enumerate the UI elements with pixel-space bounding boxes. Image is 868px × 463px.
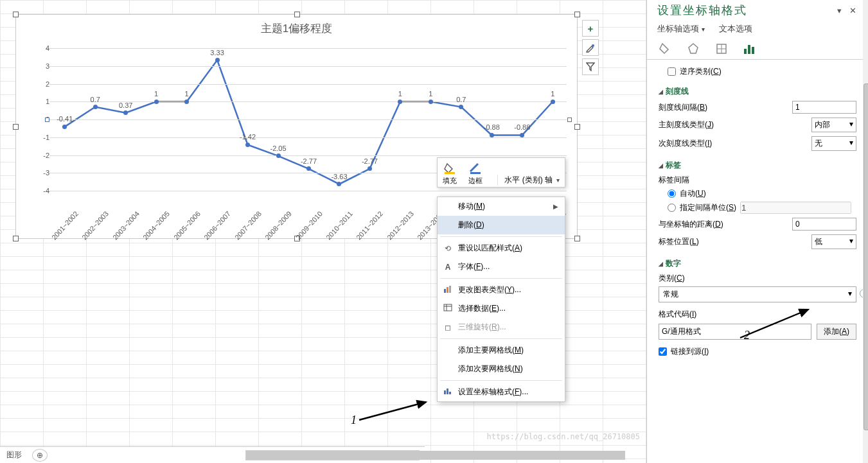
select-value: 低 [815,236,822,247]
tab-text-options[interactable]: 文本选项 [719,23,752,35]
y-tick-label: 2 [35,80,49,88]
svg-rect-9 [444,390,446,394]
ctx-label: 更改图表类型(Y)... [458,284,521,295]
panel-dropdown-icon[interactable]: ▾ [837,6,843,15]
resize-handle[interactable] [294,12,300,17]
fill-button[interactable]: 填充 [443,162,457,186]
gridline [49,137,567,138]
data-label: -1.42 [240,133,256,141]
chart-filter-button[interactable] [582,58,599,75]
section-tick-marks[interactable]: 刻度线 [659,86,856,97]
line-series[interactable] [49,48,242,144]
panel-scrollbar[interactable] [863,0,868,463]
data-point[interactable] [154,100,159,104]
resize-handle[interactable] [574,124,580,130]
data-point[interactable] [93,105,98,109]
y-tick-label: -1 [35,134,49,141]
scrollbar-thumb[interactable] [864,83,868,430]
data-point[interactable] [337,182,341,186]
auto-interval-radio[interactable] [668,189,676,198]
data-point[interactable] [490,133,494,137]
gridline [49,66,567,67]
distance-input[interactable] [792,218,856,231]
resize-handle[interactable] [574,236,580,241]
svg-rect-10 [447,389,448,394]
ctx-change-chart-type[interactable]: 更改图表类型(Y)... [438,281,565,299]
data-label: 1 [398,90,402,98]
data-label: -0.88 [514,123,530,131]
data-label: 3.33 [210,49,224,57]
auto-label: 自动(U) [680,188,706,199]
resize-handle[interactable] [13,124,19,130]
scrollbar-thumb[interactable] [246,451,625,460]
svg-rect-1 [445,172,455,174]
svg-marker-13 [689,44,698,53]
panel-close-icon[interactable]: ✕ [849,6,858,15]
fill-line-icon[interactable] [657,41,673,57]
label-position-select[interactable]: 低▾ [811,234,856,249]
context-menu: 移动(M)▶ 删除(D) ⟲重设以匹配样式(A) A字体(F)... 更改图表类… [437,197,565,402]
ctx-delete[interactable]: 删除(D) [438,216,565,234]
select-data-icon [443,304,453,313]
format-code-input[interactable] [659,324,811,340]
ctx-font[interactable]: A字体(F)... [438,258,565,276]
axis-selection-handle[interactable] [567,118,572,122]
tick-interval-input[interactable] [792,101,856,114]
border-button[interactable]: 边框 [468,162,483,186]
ctx-format-axis[interactable]: 设置坐标轴格式(F)... [438,383,565,401]
annotation-number-1: 1 [351,414,357,427]
add-format-button[interactable]: 添加(A) [817,324,856,340]
data-label: 1 [551,90,554,98]
effects-icon[interactable] [686,41,701,57]
sheet-tab[interactable]: 图形 [0,450,28,460]
axis-selection-handle[interactable] [45,118,49,122]
major-tick-type-select[interactable]: 内部▾ [811,118,856,132]
data-point[interactable] [245,143,250,147]
chart-elements-button[interactable]: + [582,20,599,37]
data-point[interactable] [429,100,433,104]
reverse-categories-checkbox[interactable] [668,67,676,76]
minor-tick-type-label: 次刻度线类型(I) [659,138,811,149]
select-value: 常规 [663,289,678,300]
ctx-add-major-gridlines[interactable]: 添加主要网格线(M) [438,341,565,360]
data-point[interactable] [368,166,372,171]
ctx-move[interactable]: 移动(M)▶ [438,197,565,216]
data-point[interactable] [398,100,402,104]
ctx-label: 添加次要网格线(N) [458,363,523,374]
add-sheet-button[interactable]: ⊕ [32,449,48,462]
axis-options-icon[interactable] [742,41,757,57]
ctx-add-minor-gridlines[interactable]: 添加次要网格线(N) [438,360,565,378]
horizontal-scrollbar[interactable] [245,450,420,460]
data-point[interactable] [551,100,555,104]
data-point[interactable] [184,100,189,104]
resize-handle[interactable] [13,236,19,241]
chart-styles-button[interactable] [582,39,599,56]
chart-title[interactable]: 主题1偏移程度 [16,15,577,40]
data-point[interactable] [276,153,281,158]
resize-handle[interactable] [574,12,580,17]
svg-rect-5 [449,286,451,293]
label-position-label: 标签位置(L) [659,236,811,247]
svg-rect-6 [444,304,452,311]
chart-element-selector[interactable]: 水平 (类别) 轴 ▾ [497,175,560,186]
number-category-select[interactable]: 常规▾i [659,286,856,302]
specify-interval-radio[interactable] [668,204,676,212]
major-tick-type-label: 主刻度线类型(J) [659,119,811,130]
data-point[interactable] [215,58,220,62]
link-to-source-checkbox[interactable] [659,347,667,356]
tab-axis-options[interactable]: 坐标轴选项 ▾ [657,23,705,35]
section-labels[interactable]: 标签 [659,160,856,171]
distance-label: 与坐标轴的距离(D) [659,219,792,230]
format-axis-icon [443,387,453,397]
ctx-reset-style[interactable]: ⟲重设以匹配样式(A) [438,239,565,258]
ctx-label: 删除(D) [458,220,484,231]
chart-side-buttons: + [582,20,599,75]
resize-handle[interactable] [13,12,19,17]
svg-rect-19 [752,47,754,54]
size-properties-icon[interactable] [714,41,729,57]
minor-tick-type-select[interactable]: 无▾ [811,136,856,151]
ctx-select-data[interactable]: 选择数据(E)... [438,299,565,318]
ctx-label: 设置坐标轴格式(F)... [458,387,528,397]
tab-label: 坐标轴选项 [657,23,699,35]
section-number[interactable]: 数字 [659,258,856,269]
